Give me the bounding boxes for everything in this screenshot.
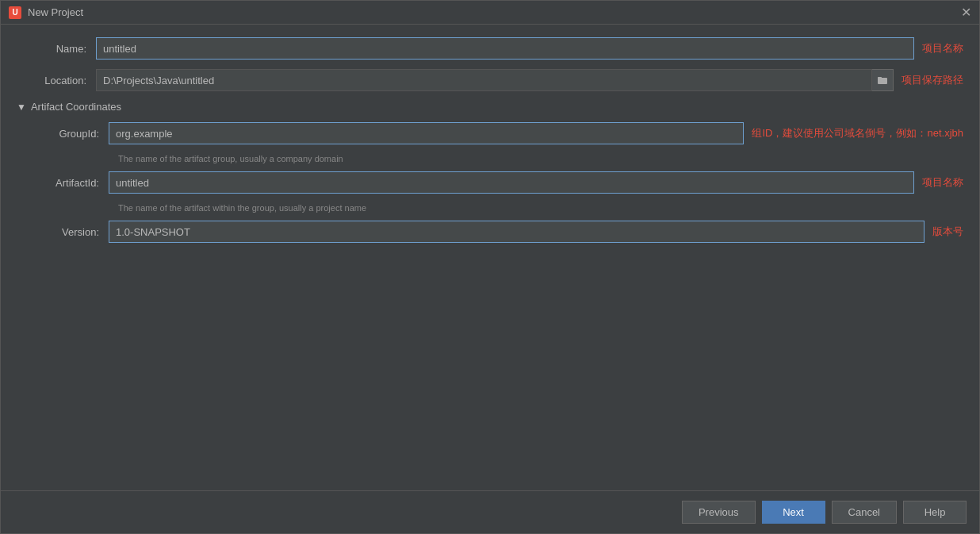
window-title: New Project <box>28 6 83 18</box>
version-row: Version: 版本号 <box>29 221 963 243</box>
name-input[interactable] <box>96 37 914 60</box>
artifactid-row: ArtifactId: 项目名称 <box>29 171 963 194</box>
cancel-button[interactable]: Cancel <box>832 501 897 524</box>
groupid-label: GroupId: <box>29 128 109 140</box>
name-label: Name: <box>17 43 96 55</box>
artifact-section-header: ▼ Artifact Coordinates <box>17 101 963 113</box>
app-icon: U <box>9 6 21 19</box>
location-label: Location: <box>17 75 96 86</box>
dialog-content: Name: 项目名称 Location: 项目保存路径 ▼ <box>1 25 979 490</box>
svg-rect-0 <box>878 78 887 84</box>
name-input-wrap <box>96 37 914 60</box>
location-input[interactable] <box>96 69 872 91</box>
artifact-section-title: Artifact Coordinates <box>31 101 121 113</box>
groupid-hint: The name of the artifact group, usually … <box>118 154 963 163</box>
browse-button[interactable] <box>872 69 894 91</box>
version-input-wrap <box>109 221 924 243</box>
artifact-section: GroupId: 组ID，建议使用公司域名倒号，例如：net.xjbh The … <box>17 122 963 243</box>
location-row: Location: 项目保存路径 <box>17 69 963 91</box>
groupid-row: GroupId: 组ID，建议使用公司域名倒号，例如：net.xjbh <box>29 122 963 144</box>
groupid-input-wrap <box>109 122 744 144</box>
title-bar: U New Project ✕ <box>1 1 979 25</box>
new-project-dialog: U New Project ✕ Name: 项目名称 Location: <box>0 0 980 534</box>
groupid-input[interactable] <box>109 122 744 144</box>
location-annotation: 项目保存路径 <box>902 73 963 87</box>
artifact-toggle[interactable]: ▼ <box>17 102 26 113</box>
artifactid-input-wrap <box>109 171 914 194</box>
artifactid-hint: The name of the artifact within the grou… <box>118 203 963 213</box>
help-button[interactable]: Help <box>903 501 967 524</box>
previous-button[interactable]: Previous <box>682 501 756 524</box>
version-label: Version: <box>29 226 109 238</box>
next-button[interactable]: Next <box>762 501 825 524</box>
artifactid-input[interactable] <box>109 171 914 194</box>
groupid-annotation: 组ID，建议使用公司域名倒号，例如：net.xjbh <box>752 126 963 140</box>
version-input[interactable] <box>109 221 924 243</box>
svg-rect-1 <box>878 77 882 79</box>
name-annotation: 项目名称 <box>922 41 963 56</box>
close-icon[interactable]: ✕ <box>961 6 971 19</box>
name-row: Name: 项目名称 <box>17 37 963 60</box>
location-input-wrap <box>96 69 894 91</box>
folder-icon <box>877 75 888 86</box>
version-annotation: 版本号 <box>932 225 963 239</box>
artifactid-annotation: 项目名称 <box>922 175 963 190</box>
dialog-footer: Previous Next Cancel Help <box>1 490 979 533</box>
artifactid-label: ArtifactId: <box>29 177 109 189</box>
